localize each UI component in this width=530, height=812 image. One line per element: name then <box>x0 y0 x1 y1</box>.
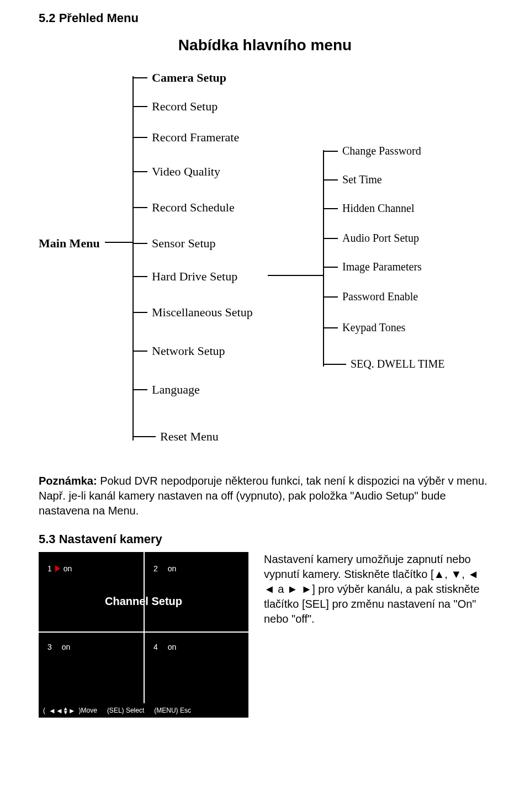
note-paragraph: Poznámka: Pokud DVR nepodporuje některou… <box>39 474 491 518</box>
note-text: Pokud DVR nepodporuje některou funkci, t… <box>39 475 487 517</box>
diagram-line <box>268 275 323 276</box>
arrow-down-icon: ▼ <box>63 710 68 714</box>
menu-item-label: Reset Menu <box>160 429 219 444</box>
submenu-item-label: Change Password <box>342 145 421 157</box>
submenu-item-label: Set Time <box>342 173 382 186</box>
menu-item-record-setup: Record Setup <box>134 99 218 114</box>
camera-description: Nastavení kamery umožňuje zapnutí nebo v… <box>264 552 491 627</box>
submenu-item-hidden-channel: Hidden Channel <box>324 202 415 215</box>
menu-item-record-schedule: Record Schedule <box>134 200 235 215</box>
grid-line <box>144 552 145 718</box>
menu-item-video-quality: Video Quality <box>134 164 220 179</box>
channel-setup-screenshot: Channel Setup 1 on 2 on 3 on 4 on <box>39 552 248 718</box>
arrow-left-icon: ◄ <box>49 707 56 714</box>
channel-cell-3: 3 on <box>47 643 70 651</box>
footer-sel: (SEL) Select <box>107 707 144 714</box>
submenu-item-change-password: Change Password <box>324 145 421 157</box>
submenu-item-audio-port-setup: Audio Port Setup <box>324 232 419 245</box>
page-title: Nabídka hlavního menu <box>39 36 491 54</box>
submenu-item-label: SEQ. DWELL TIME <box>351 358 445 370</box>
submenu-item-password-enable: Password Enable <box>324 290 418 303</box>
submenu-item-image-parameters: Image Parameters <box>324 261 422 273</box>
menu-item-label: Sensor Setup <box>152 236 216 251</box>
menu-item-language: Language <box>134 383 200 397</box>
diagram-line <box>105 242 132 243</box>
grid-line <box>39 631 248 633</box>
channel-footer: ( ◄◄ ▲ ▼ ► )Move (SEL) Select (MENU) Esc <box>39 703 248 718</box>
menu-item-label: Miscellaneous Setup <box>152 305 253 320</box>
arrow-right-icon: ► <box>68 707 76 714</box>
note-label: Poznámka: <box>39 475 97 487</box>
submenu-item-keypad-tones: Keypad Tones <box>324 321 405 334</box>
channel-cell-1: 1 on <box>47 564 72 573</box>
channel-number: 4 <box>153 643 158 651</box>
submenu-item-set-time: Set Time <box>324 173 382 186</box>
footer-esc: (MENU) Esc <box>154 707 191 714</box>
channel-state: on <box>62 643 71 651</box>
channel-number: 2 <box>153 564 158 573</box>
submenu-item-label: Hidden Channel <box>342 202 415 215</box>
channel-state: on <box>168 643 177 651</box>
arrow-left-icon: ◄ <box>56 707 63 714</box>
submenu-item-label: Audio Port Setup <box>342 232 419 245</box>
menu-item-label: Record Schedule <box>152 200 235 215</box>
menu-item-camera-setup: Camera Setup <box>134 71 226 85</box>
submenu-item-label: Image Parameters <box>342 261 422 273</box>
channel-state: on <box>168 564 177 573</box>
channel-setup-title: Channel Setup <box>39 595 248 608</box>
selection-triangle-icon <box>55 565 60 572</box>
submenu-item-label: Password Enable <box>342 290 418 303</box>
main-menu-label: Main Menu <box>39 236 100 251</box>
menu-item-label: Record Setup <box>152 99 218 114</box>
channel-cell-2: 2 on <box>153 564 176 573</box>
arrow-cluster-icon: ◄◄ ▲ ▼ ► <box>49 707 76 714</box>
channel-number: 1 <box>47 564 52 573</box>
menu-item-record-framerate: Record Framerate <box>134 130 239 145</box>
menu-item-label: Network Setup <box>152 344 225 358</box>
section-heading: 5.2 Přehled Menu <box>39 11 491 25</box>
channel-number: 3 <box>47 643 52 651</box>
menu-item-label: Hard Drive Setup <box>152 269 237 284</box>
menu-diagram: Main Menu Camera Setup Record Setup Reco… <box>39 71 491 457</box>
submenu-item-seq-dwell-time: SEQ. DWELL TIME <box>324 358 445 370</box>
camera-section-heading: 5.3 Nastavení kamery <box>39 532 491 546</box>
menu-item-label: Video Quality <box>152 164 220 179</box>
channel-cell-4: 4 on <box>153 643 176 651</box>
menu-item-label: Record Framerate <box>152 130 239 145</box>
menu-item-network-setup: Network Setup <box>134 344 225 358</box>
menu-item-label: Language <box>152 383 200 397</box>
menu-item-sensor-setup: Sensor Setup <box>134 236 216 251</box>
menu-item-hard-drive-setup: Hard Drive Setup <box>134 269 237 284</box>
channel-state: on <box>63 564 72 573</box>
footer-open-paren: ( <box>43 707 45 714</box>
menu-item-reset-menu: Reset Menu <box>134 429 219 444</box>
footer-move: )Move <box>79 707 97 714</box>
menu-item-label: Camera Setup <box>152 71 226 85</box>
menu-item-miscellaneous-setup: Miscellaneous Setup <box>134 305 253 320</box>
submenu-item-label: Keypad Tones <box>342 321 405 334</box>
